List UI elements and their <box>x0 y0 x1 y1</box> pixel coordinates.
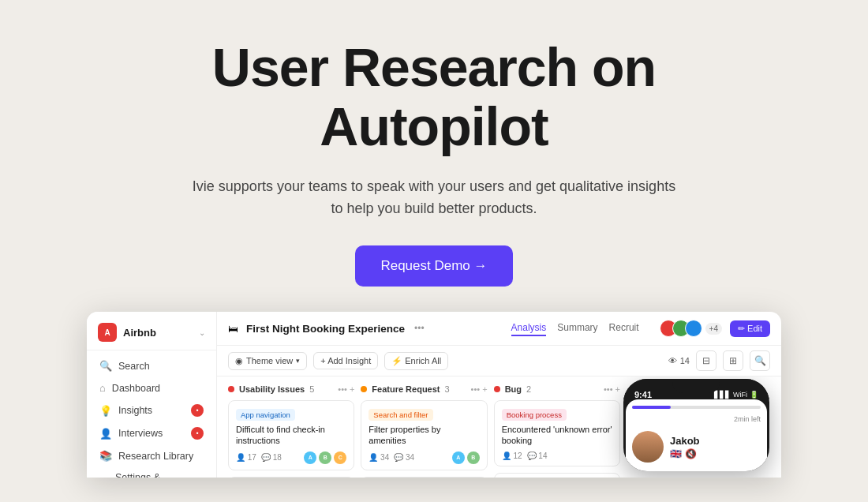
sidebar-brand[interactable]: A Airbnb ⌄ <box>87 320 216 350</box>
card-stat-users1: 👤 17 <box>236 453 256 462</box>
card-stat-comments5: 💬 14 <box>527 451 548 460</box>
phone-time: 9:41 <box>634 390 652 399</box>
feature-count: 3 <box>445 384 450 394</box>
sidebar-item-interviews[interactable]: 👤 Interviews • <box>93 422 210 444</box>
library-icon: 📚 <box>99 450 112 462</box>
card-stat-comments1: 💬 18 <box>261 453 282 462</box>
theme-icon: ◉ <box>235 356 243 366</box>
phone-progress-bar <box>632 406 761 409</box>
phone-status-icons: ▋▋▋ WiFi 🔋 <box>714 391 758 399</box>
sidebar-label-insights: Insights <box>118 405 152 416</box>
eye-icon: 👁 <box>668 356 677 365</box>
card-avatar-5: B <box>467 451 480 464</box>
flag-uk-icon: 🇬🇧 <box>670 448 682 459</box>
hero-subtitle: Ivie supports your teams to speak with y… <box>189 175 679 221</box>
sidebar-item-research-library[interactable]: 📚 Research Library <box>93 445 210 466</box>
card-tag-search: Search and filter <box>369 409 432 421</box>
bug-dot <box>494 386 500 392</box>
tab-analysis[interactable]: Analysis <box>511 320 547 336</box>
sidebar: A Airbnb ⌄ 🔍 Search ⌂ Dashboard 💡 Insigh… <box>87 312 217 478</box>
feature-dot <box>361 386 367 392</box>
sidebar-label-interviews: Interviews <box>118 428 163 439</box>
column-header-feature: Feature Request 3 ••• + <box>361 383 487 397</box>
edit-button[interactable]: ✏ Edit <box>730 320 770 337</box>
phone-user-flags: 🇬🇧 🔇 <box>670 448 700 459</box>
phone-progress-fill <box>632 406 671 409</box>
phone-notch <box>672 379 720 393</box>
enrich-all-label: ⚡ Enrich All <box>391 356 441 366</box>
kanban-column-bug: Bug 2 ••• + Booking process Encountered … <box>491 383 623 471</box>
header-tabs: Analysis Summary Recruit <box>511 320 639 336</box>
bug-count: 2 <box>526 384 531 394</box>
insights-icon: 💡 <box>99 405 112 417</box>
theme-view-button[interactable]: ◉ Theme view ▾ <box>228 352 307 370</box>
main-header: 🛏 First Night Booking Experience ••• Ana… <box>217 312 781 346</box>
column-header-usability: Usability Issues 5 ••• + <box>228 383 354 397</box>
usability-count: 5 <box>309 384 314 394</box>
card-avatar-dots: A B C <box>304 451 346 464</box>
toolbar: ◉ Theme view ▾ + Add Insight ⚡ Enrich Al… <box>217 346 781 376</box>
phone-user-info: Jakob 🇬🇧 🔇 <box>670 435 700 459</box>
header-avatars: +4 <box>660 320 722 337</box>
feature-title: Feature Request <box>372 384 440 394</box>
card-booking-steps: Booking process Booking page has too man… <box>228 477 354 478</box>
column-actions-feature[interactable]: ••• + <box>471 384 488 394</box>
phone-chat-text: That's very interesting Anna <box>632 470 761 471</box>
bug-title: Bug <box>505 384 522 394</box>
sidebar-label-dashboard: Dashboard <box>112 383 160 394</box>
column-actions-usability[interactable]: ••• + <box>338 384 354 394</box>
phone-mockup: 9:41 ▋▋▋ WiFi 🔋 2min left <box>623 379 769 471</box>
phone-avatar-inner <box>632 431 664 463</box>
tab-recruit[interactable]: Recruit <box>609 320 639 336</box>
card-rate-hosts: Communication Feature to rate individual… <box>361 477 487 478</box>
project-title: First Night Booking Experience <box>246 323 405 335</box>
enrich-all-button[interactable]: ⚡ Enrich All <box>384 352 448 370</box>
card-footer-amenities: 👤 34 💬 34 A B <box>369 451 479 464</box>
card-title-checkin: Difficult to find check-in instructions <box>236 424 346 447</box>
brand-name: Airbnb <box>123 327 156 339</box>
card-avatar-3: C <box>334 451 346 464</box>
card-stat-users3: 👤 34 <box>369 453 389 462</box>
phone-timer: 2min left <box>632 415 761 423</box>
sidebar-item-insights[interactable]: 💡 Insights • <box>93 399 210 421</box>
card-tag-booking-proc: Booking process <box>502 409 567 421</box>
search-icon: 🔍 <box>99 360 112 372</box>
card-stat-users5: 👤 12 <box>502 451 522 460</box>
search-button[interactable]: 🔍 <box>750 350 770 371</box>
sidebar-item-settings[interactable]: ⚙ Settings & members <box>93 467 210 478</box>
hero-section: User Research on Autopilot Ivie supports… <box>0 0 868 312</box>
search-icon: 🔍 <box>754 355 766 366</box>
card-stat-comments3: 💬 34 <box>394 453 414 462</box>
interviews-icon: 👤 <box>99 428 112 440</box>
add-insight-button[interactable]: + Add Insight <box>313 352 378 369</box>
card-avatar-2: B <box>319 451 331 464</box>
column-actions-bug[interactable]: ••• + <box>604 384 620 394</box>
brand-logo: A <box>98 323 117 342</box>
settings-icon: ⚙ <box>99 478 109 478</box>
grid-button[interactable]: ⊞ <box>723 350 743 371</box>
project-icon: 🛏 <box>228 323 238 335</box>
sidebar-item-dashboard[interactable]: ⌂ Dashboard <box>93 377 210 399</box>
phone-avatar <box>632 431 664 463</box>
insights-badge: • <box>191 404 204 417</box>
chevron-down-icon: ⌄ <box>199 328 205 337</box>
filter-button[interactable]: ⊟ <box>696 350 716 371</box>
card-title-unknown-error: Encountered 'unknown error' booking <box>502 424 612 447</box>
phone-user-name: Jakob <box>670 435 700 447</box>
hero-title-line1: User Research on <box>212 37 656 97</box>
app-preview: A Airbnb ⌄ 🔍 Search ⌂ Dashboard 💡 Insigh… <box>87 312 781 478</box>
project-dots-menu[interactable]: ••• <box>414 323 425 334</box>
wifi-icon: WiFi <box>733 391 747 399</box>
insight-count: 14 <box>680 356 690 365</box>
sidebar-nav: 🔍 Search ⌂ Dashboard 💡 Insights • 👤 Inte… <box>87 355 216 478</box>
kanban-area: Usability Issues 5 ••• + App navigation … <box>217 376 781 478</box>
toolbar-right: 👁 14 ⊟ ⊞ 🔍 <box>668 350 770 371</box>
insight-count-badge: 👁 14 <box>668 356 690 365</box>
tab-summary[interactable]: Summary <box>557 320 597 336</box>
sidebar-item-search[interactable]: 🔍 Search <box>93 355 210 376</box>
sidebar-label-settings: Settings & members <box>115 472 204 478</box>
avatar-stack <box>660 320 702 337</box>
filter-icon: ⊟ <box>702 355 710 366</box>
sidebar-label-research-library: Research Library <box>118 451 193 462</box>
request-demo-button[interactable]: Request Demo → <box>355 245 512 287</box>
